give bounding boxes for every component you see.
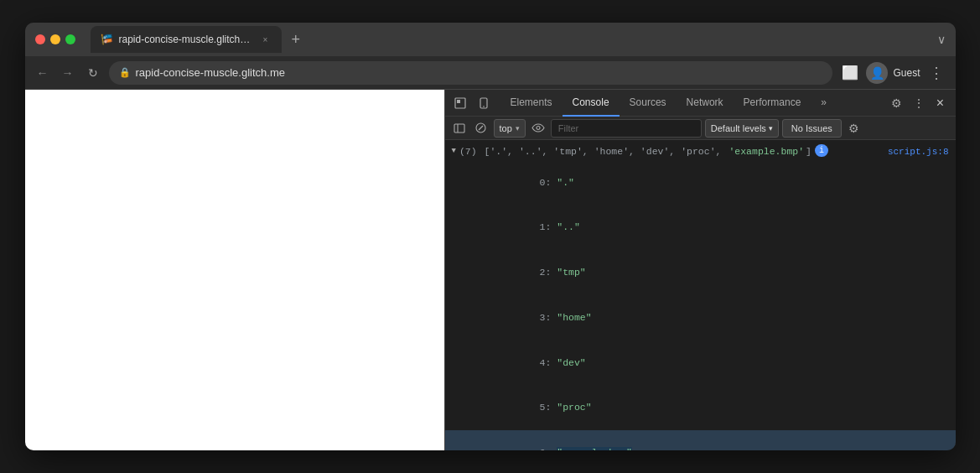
- devtools-more-button[interactable]: ⋮: [909, 93, 929, 113]
- live-expression-icon[interactable]: [529, 119, 547, 138]
- item-index-4: 4:: [540, 357, 557, 368]
- context-label: top: [500, 123, 512, 133]
- maximize-button[interactable]: [65, 34, 75, 44]
- device-toolbar-icon[interactable]: [474, 93, 494, 113]
- item-index-2: 2:: [540, 267, 557, 278]
- item-index-6: 6:: [540, 447, 557, 450]
- console-filter-input[interactable]: [551, 119, 702, 138]
- context-dropdown-arrow: ▾: [516, 124, 520, 133]
- traffic-lights: [35, 34, 75, 44]
- item-index-0: 0:: [540, 177, 557, 188]
- item-value-1: "..": [557, 221, 580, 232]
- array-item-5: 5: "proc": [445, 385, 956, 430]
- back-button[interactable]: ←: [34, 64, 52, 82]
- devtools-toolbar-right: ⚙ ⋮ ×: [887, 93, 951, 113]
- devtools-toolbar: Elements Console Sources Network Perform…: [445, 90, 956, 117]
- active-tab[interactable]: 🎏 rapid-concise-muscle.glitch.m... ×: [91, 26, 282, 53]
- array-item-0: 0: ".": [445, 159, 956, 205]
- page-content: [25, 90, 444, 450]
- browser-menu-button[interactable]: ⋮: [926, 62, 947, 84]
- close-button[interactable]: [35, 34, 45, 44]
- profile-icon: 👤: [870, 66, 884, 80]
- lock-icon: 🔒: [119, 67, 131, 78]
- devtools-settings-button[interactable]: ⚙: [887, 93, 907, 113]
- window-chevron: ∨: [937, 33, 946, 46]
- tab-favicon: 🎏: [101, 34, 112, 45]
- devtools-panel: Elements Console Sources Network Perform…: [444, 90, 956, 450]
- url-bar[interactable]: 🔒 rapid-concise-muscle.glitch.me: [109, 61, 833, 85]
- no-issues-button[interactable]: No Issues: [782, 119, 842, 138]
- svg-point-3: [483, 106, 485, 107]
- forward-button[interactable]: →: [59, 64, 77, 82]
- svg-rect-1: [457, 100, 460, 103]
- tab-sources[interactable]: Sources: [620, 90, 677, 117]
- array-item-4: 4: "dev": [445, 340, 956, 385]
- tab-bar: 🎏 rapid-concise-muscle.glitch.m... × +: [91, 26, 507, 53]
- array-close: ]: [806, 144, 811, 159]
- tab-performance[interactable]: Performance: [734, 90, 811, 117]
- item-index-3: 3:: [540, 312, 557, 323]
- item-index-5: 5:: [540, 402, 557, 413]
- svg-rect-4: [454, 124, 464, 133]
- tab-elements[interactable]: Elements: [500, 90, 563, 117]
- console-sidebar-icon[interactable]: [450, 119, 469, 138]
- svg-point-8: [537, 127, 540, 130]
- devtools-tabs: Elements Console Sources Network Perform…: [497, 90, 884, 117]
- svg-line-7: [479, 126, 483, 130]
- url-text: rapid-concise-muscle.glitch.me: [136, 66, 285, 79]
- address-bar: ← → ↻ 🔒 rapid-concise-muscle.glitch.me ⬜…: [25, 56, 956, 90]
- profile-button[interactable]: 👤: [866, 62, 888, 84]
- log-levels-button[interactable]: Default levels ▾: [705, 119, 779, 138]
- item-value-0: ".": [557, 177, 574, 188]
- array-item-1: 1: "..": [445, 205, 956, 250]
- info-badge: i: [815, 144, 828, 157]
- tab-more[interactable]: »: [811, 90, 837, 117]
- expand-arrow[interactable]: ▼: [452, 146, 456, 158]
- reload-button[interactable]: ↻: [84, 64, 102, 82]
- array-count: (7): [459, 144, 483, 159]
- item-value-4: "dev": [557, 357, 586, 368]
- tab-title: rapid-concise-muscle.glitch.m...: [119, 34, 253, 45]
- item-value-6: "example.bmp": [557, 447, 632, 450]
- array-item-3: 3: "home": [445, 295, 956, 340]
- window-icon-btn[interactable]: ⬜: [839, 62, 861, 84]
- new-tab-button[interactable]: +: [287, 29, 306, 50]
- item-index-1: 1:: [540, 221, 557, 232]
- array-item-6: 6: "example.bmp": [445, 430, 956, 450]
- tab-network[interactable]: Network: [677, 90, 734, 117]
- clear-console-icon[interactable]: [472, 119, 490, 138]
- devtools-close-button[interactable]: ×: [931, 93, 951, 113]
- source-link[interactable]: script.js:8: [888, 145, 949, 159]
- guest-label: Guest: [893, 67, 920, 79]
- item-value-3: "home": [557, 312, 591, 323]
- array-last-item: 'example.bmp': [729, 144, 804, 159]
- address-bar-actions: ⬜ 👤 Guest ⋮: [839, 62, 946, 84]
- main-area: Elements Console Sources Network Perform…: [25, 90, 956, 450]
- item-value-5: "proc": [557, 402, 591, 413]
- devtools-console-toolbar: top ▾ Default levels ▾ No Issues: [445, 117, 956, 140]
- array-item-2: 2: "tmp": [445, 250, 956, 295]
- console-settings-icon[interactable]: ⚙: [845, 119, 863, 138]
- item-value-2: "tmp": [557, 267, 586, 278]
- minimize-button[interactable]: [50, 34, 60, 44]
- inspect-element-icon[interactable]: [450, 93, 470, 113]
- tab-console[interactable]: Console: [563, 90, 620, 117]
- context-selector[interactable]: top ▾: [494, 119, 526, 138]
- title-bar: 🎏 rapid-concise-muscle.glitch.m... × + ∨: [25, 23, 956, 56]
- console-array-entry[interactable]: ▼ (7) ['.', '..', 'tmp', 'home', 'dev', …: [445, 143, 956, 159]
- console-output: ▼ (7) ['.', '..', 'tmp', 'home', 'dev', …: [445, 140, 956, 450]
- array-summary-text: ['.', '..', 'tmp', 'home', 'dev', 'proc'…: [485, 144, 728, 159]
- browser-window: 🎏 rapid-concise-muscle.glitch.m... × + ∨…: [25, 23, 956, 450]
- tab-close-btn[interactable]: ×: [260, 34, 272, 45]
